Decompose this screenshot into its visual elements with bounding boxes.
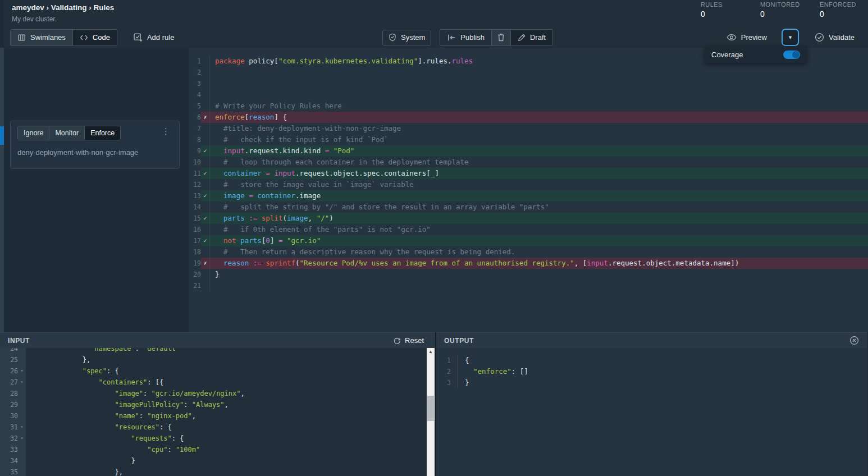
- editor-code-line: 8 # check if the input is of kind `Pod`: [189, 134, 868, 145]
- coverage-pass-icon: ✓: [201, 145, 209, 157]
- code-text: image = container.image: [209, 190, 868, 202]
- code-text: parts := split(image, "/"): [209, 213, 868, 224]
- view-toggle: Swimlanes Code: [10, 29, 117, 46]
- policy-code-editor[interactable]: 1package policy["com.styra.kubernetes.va…: [189, 48, 868, 332]
- fold-caret-icon[interactable]: ▾: [18, 365, 26, 377]
- output-code-line: 1{: [436, 355, 867, 366]
- code-text: # if 0th element of the "parts" is not "…: [209, 224, 868, 235]
- line-number: 6: [189, 112, 201, 123]
- fold-caret-icon[interactable]: ▾: [18, 422, 26, 433]
- fold-gutter: [18, 354, 26, 365]
- line-number: 10: [189, 157, 201, 168]
- publish-button[interactable]: Publish: [440, 30, 491, 45]
- editor-code-line: 16 # if 0th element of the "parts" is no…: [189, 224, 868, 235]
- coverage-mark: [201, 157, 209, 168]
- coverage-mark: [201, 134, 209, 145]
- input-code-line: 27▾ "containers": [{: [0, 377, 435, 388]
- draft-button[interactable]: Draft: [510, 30, 552, 45]
- code-text: "requests": {: [26, 433, 435, 444]
- preview-options-popover: Coverage: [705, 46, 807, 63]
- code-text: }: [458, 377, 867, 388]
- fold-gutter: [18, 455, 26, 466]
- line-number: 27: [0, 377, 18, 388]
- coverage-fail-icon: ✗: [201, 258, 209, 269]
- rule-mode-enforce[interactable]: Enforce: [84, 126, 120, 140]
- validate-button[interactable]: Validate: [809, 30, 860, 45]
- reset-button[interactable]: Reset: [390, 336, 427, 345]
- input-code-line: 26▾ "spec": {: [0, 365, 435, 377]
- preview-label: Preview: [741, 33, 767, 42]
- input-scrollbar-thumb[interactable]: [427, 396, 434, 421]
- code-text: [209, 89, 868, 100]
- line-number: 9: [189, 145, 201, 157]
- add-rule-label: Add rule: [147, 33, 174, 42]
- editor-code-line: 21: [189, 280, 868, 291]
- system-button[interactable]: System: [382, 30, 431, 45]
- input-json-lines: 24 "namespace": "default"25 },26▾ "spec"…: [0, 348, 435, 476]
- swimlanes-label: Swimlanes: [30, 33, 66, 42]
- trash-icon: [497, 33, 505, 42]
- code-text: {: [458, 355, 867, 366]
- editor-code-line: 10 # loop through each container in the …: [189, 157, 868, 168]
- enforced-counter-value: 0: [820, 10, 860, 19]
- system-label: System: [401, 33, 425, 42]
- input-panel-title: INPUT: [8, 337, 30, 345]
- swimlanes-view-button[interactable]: Swimlanes: [11, 30, 72, 45]
- scrollbar-up-icon[interactable]: ▲: [427, 349, 435, 354]
- rule-card: Ignore Monitor Enforce ⋮ deny-deployment…: [10, 121, 180, 169]
- line-number: 11: [189, 168, 201, 179]
- input-json-editor[interactable]: 24 "namespace": "default"25 },26▾ "spec"…: [0, 348, 435, 476]
- input-code-line: 30 "name": "nginx-pod",: [0, 410, 435, 422]
- line-number: 30: [0, 410, 18, 422]
- publish-label: Publish: [460, 33, 485, 42]
- code-label: Code: [93, 33, 110, 42]
- code-view-button[interactable]: Code: [72, 30, 117, 45]
- output-close-button[interactable]: [849, 336, 859, 345]
- add-rule-button[interactable]: Add rule: [127, 30, 180, 45]
- input-scrollbar[interactable]: ▲: [427, 348, 435, 476]
- enforced-counter-label: ENFORCED: [820, 1, 860, 8]
- code-text: # split the string by "/" and store the …: [209, 202, 868, 213]
- coverage-toggle[interactable]: [783, 51, 800, 59]
- enforced-counter: ENFORCED 0: [820, 1, 860, 19]
- line-number: 2: [436, 366, 451, 377]
- input-code-line: 35 },: [0, 466, 435, 476]
- rule-mode-monitor[interactable]: Monitor: [49, 126, 84, 140]
- line-number: 29: [0, 399, 18, 410]
- editor-code-line: 7 #title: deny-deployment-with-non-gcr-i…: [189, 123, 868, 134]
- code-text: "image": "gcr.io/ameydev/nginx",: [26, 388, 435, 399]
- line-number: 26: [0, 365, 18, 377]
- code-text: "enforce": []: [458, 366, 867, 377]
- code-text: enforce[reason] {: [209, 112, 868, 123]
- line-number: 19: [189, 258, 201, 269]
- code-text: # Write your Policy Rules here: [209, 100, 868, 112]
- coverage-mark: [201, 269, 209, 280]
- line-number: 35: [0, 466, 18, 476]
- line-number: 5: [189, 100, 201, 112]
- discard-draft-button[interactable]: [491, 30, 510, 45]
- editor-code-line: 17✓ not parts[0] = "gcr.io": [189, 235, 868, 246]
- code-text: },: [26, 466, 435, 476]
- monitored-counter-label: MONITORED: [760, 1, 801, 8]
- fold-gutter: [18, 444, 26, 455]
- preview-button[interactable]: Preview: [721, 30, 773, 45]
- line-number: 25: [0, 354, 18, 365]
- fold-caret-icon[interactable]: ▾: [18, 433, 26, 444]
- fold-caret-icon[interactable]: ▾: [18, 377, 26, 388]
- preview-options-dropdown-button[interactable]: ▾: [783, 30, 798, 45]
- input-code-line: 29 "imagePullPolicy": "Always",: [0, 399, 435, 410]
- line-number: 1: [189, 56, 201, 67]
- code-text: not parts[0] = "gcr.io": [209, 235, 868, 246]
- page-subtitle: My dev cluster.: [12, 15, 57, 23]
- code-text: "spec": {: [26, 365, 435, 377]
- rule-mode-ignore[interactable]: Ignore: [18, 126, 49, 140]
- code-text: },: [26, 354, 435, 365]
- code-text: [209, 78, 868, 89]
- line-number: 24: [0, 348, 18, 354]
- input-code-line: 28 "image": "gcr.io/ameydev/nginx",: [0, 388, 435, 399]
- coverage-mark: [201, 78, 209, 89]
- line-number: 18: [189, 246, 201, 258]
- breadcrumb[interactable]: ameydev › Validating › Rules: [12, 3, 114, 12]
- coverage-mark: [201, 224, 209, 235]
- kebab-menu-icon[interactable]: ⋮: [159, 126, 172, 136]
